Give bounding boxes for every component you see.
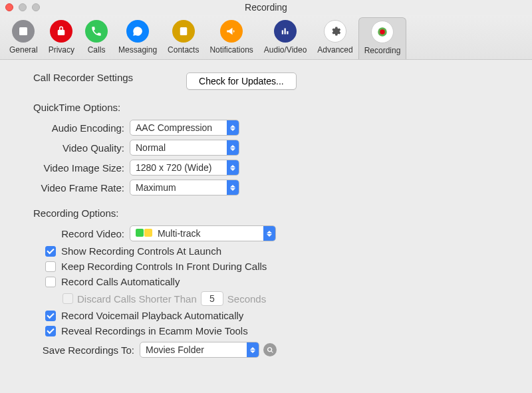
tab-advanced[interactable]: Advanced [312,17,358,59]
svg-point-6 [380,29,385,35]
tab-label: General [9,45,38,55]
select-value: Movies Folder [140,344,247,355]
frame-rate-select[interactable]: Maximum [130,180,239,196]
audio-encoding-select[interactable]: AAC Compression [130,120,239,136]
tab-label: Recording [364,46,401,55]
svg-rect-2 [282,31,283,35]
chevron-updown-icon [247,342,259,357]
record-icon [371,21,394,43]
tab-label: Contacts [168,45,199,55]
reveal-in-finder-button[interactable] [263,343,277,356]
window-title: Recording [0,2,532,13]
discard-prefix-label: Discard Calls Shorter Than [77,293,197,305]
minimize-window-button[interactable] [19,3,27,11]
tab-privacy[interactable]: Privacy [43,17,80,59]
svg-rect-4 [287,31,288,35]
select-value: Normal [130,142,227,153]
tab-label: Audio/Video [264,45,307,55]
check-updates-button[interactable]: Check for Updates... [186,72,297,90]
tab-label: Notifications [209,45,253,55]
gear-icon [324,20,346,43]
video-quality-select[interactable]: Normal [130,140,239,156]
video-quality-label: Video Quality: [33,142,130,154]
select-value: Maximum [130,182,227,193]
video-size-select[interactable]: 1280 x 720 (Wide) [130,160,239,176]
tab-audio-video[interactable]: Audio/Video [259,17,313,59]
keep-front-checkbox[interactable] [45,261,56,272]
keep-front-label: Keep Recording Controls In Front During … [61,261,267,272]
equalizer-icon [274,20,297,43]
tab-general[interactable]: General [4,17,43,59]
discard-seconds-input[interactable] [201,291,223,306]
select-value: 1280 x 720 (Wide) [130,162,227,173]
chevron-updown-icon [227,120,239,135]
close-window-button[interactable] [5,3,13,11]
save-to-select[interactable]: Movies Folder [140,342,259,358]
chat-icon [126,20,149,43]
chevron-updown-icon [227,160,239,175]
prefs-toolbar: General Privacy Calls Messaging Contacts… [0,15,532,60]
multitrack-icon [136,229,152,237]
show-controls-checkbox[interactable] [45,246,56,257]
save-to-label: Save Recordings To: [33,344,140,356]
record-auto-label: Record Calls Automatically [61,276,180,287]
search-icon [267,346,274,354]
select-value: Multi-track [130,228,263,239]
chevron-updown-icon [227,140,239,155]
reveal-recordings-label: Reveal Recordings in Ecamm Movie Tools [61,325,248,336]
titlebar: Recording [0,0,532,15]
tab-recording[interactable]: Recording [358,17,407,59]
maximize-window-button[interactable] [32,3,40,11]
chevron-updown-icon [227,180,239,195]
quicktime-heading: QuickTime Options: [33,102,512,113]
discard-suffix-label: Seconds [227,293,266,305]
settings-title: Call Recorder Settings [33,72,133,83]
content-pane: Call Recorder Settings Check for Updates… [0,60,532,368]
discard-calls-checkbox [63,293,73,304]
tab-label: Privacy [49,45,74,55]
tab-notifications[interactable]: Notifications [204,17,258,59]
svg-rect-0 [19,27,27,35]
tab-messaging[interactable]: Messaging [113,17,162,59]
svg-rect-1 [180,27,188,35]
record-video-select[interactable]: Multi-track [130,225,276,241]
reveal-recordings-checkbox[interactable] [45,326,56,336]
phone-icon [85,20,108,43]
select-value: AAC Compression [130,122,227,133]
chevron-updown-icon [263,226,275,241]
record-voicemail-label: Record Voicemail Playback Automatically [61,310,243,321]
show-controls-label: Show Recording Controls At Launch [61,245,221,257]
tab-label: Calls [88,45,106,55]
tab-label: Advanced [317,45,352,55]
tab-calls[interactable]: Calls [80,17,113,59]
record-video-label: Record Video: [33,228,130,239]
tab-label: Messaging [118,45,157,55]
sliders-icon [12,20,35,43]
megaphone-icon [220,20,243,43]
record-auto-checkbox[interactable] [45,277,56,287]
traffic-lights [5,3,40,11]
svg-rect-3 [285,29,286,35]
tab-contacts[interactable]: Contacts [162,17,204,59]
frame-rate-label: Video Frame Rate: [33,182,130,194]
contacts-icon [172,20,195,43]
record-voicemail-checkbox[interactable] [45,311,56,321]
video-size-label: Video Image Size: [33,162,130,174]
lock-icon [50,20,72,43]
recording-heading: Recording Options: [33,207,512,219]
audio-encoding-label: Audio Encoding: [33,122,130,134]
